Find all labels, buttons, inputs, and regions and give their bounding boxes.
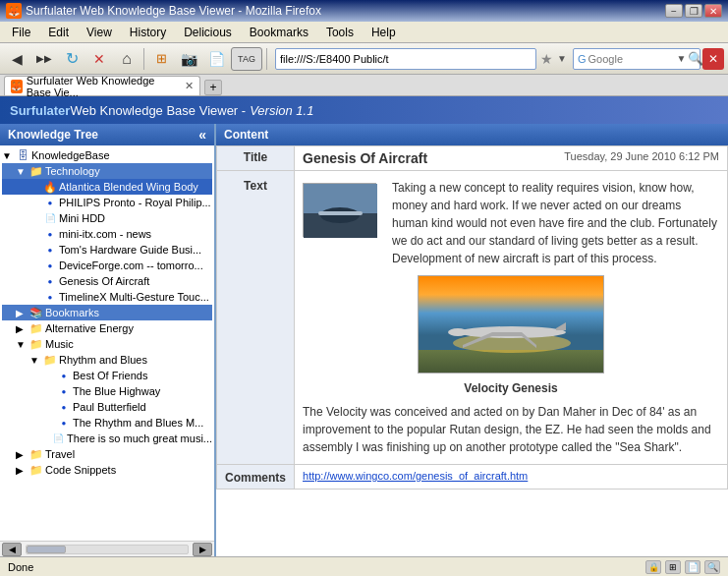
back-button[interactable]: ◀ bbox=[4, 47, 29, 71]
dropdown-icon[interactable]: ▼ bbox=[557, 53, 567, 64]
page-button[interactable]: 📄 bbox=[203, 47, 229, 71]
tree-item-greatmusic[interactable]: 📄 There is so much great musi... bbox=[2, 431, 212, 446]
tree-item-rhythmbluesmag[interactable]: ● The Rhythm and Blues M... bbox=[2, 415, 212, 431]
tree-item-timelinex[interactable]: ● TimelineX Multi-Gesture Touc... bbox=[2, 289, 212, 305]
tree-item-altenergy[interactable]: ▶ 📁 Alternative Energy bbox=[2, 320, 212, 336]
scroll-right-button[interactable]: ▶ bbox=[193, 543, 212, 556]
camera-button[interactable]: 📷 bbox=[176, 47, 201, 71]
expand-icon[interactable]: ▼ bbox=[2, 150, 16, 161]
stop-button[interactable]: ✕ bbox=[86, 47, 112, 71]
menu-bookmarks[interactable]: Bookmarks bbox=[242, 24, 316, 41]
sidebar-tree[interactable]: ▼ 🗄 KnowledgeBase ▼ 📁 Technology 🔥 Atlan… bbox=[0, 145, 214, 541]
new-tab-button[interactable]: + bbox=[204, 80, 222, 95]
article-title: Genesis Of Aircraft bbox=[303, 150, 427, 166]
menu-tools[interactable]: Tools bbox=[318, 24, 362, 41]
sidebar-collapse-button[interactable]: « bbox=[198, 127, 206, 143]
minimize-button[interactable]: − bbox=[665, 4, 683, 18]
bookmark-folder-icon: 📚 bbox=[29, 306, 43, 319]
tree-item-travel[interactable]: ▶ 📁 Travel bbox=[2, 446, 212, 462]
expand-icon-3[interactable]: ▶ bbox=[16, 308, 29, 318]
home-button[interactable]: ⌂ bbox=[114, 47, 140, 71]
tree-item-minihdd[interactable]: 📄 Mini HDD bbox=[2, 210, 212, 226]
status-text: Done bbox=[8, 561, 33, 573]
tree-item-bookmarks[interactable]: ▶ 📚 Bookmarks bbox=[2, 305, 212, 320]
apps-button[interactable]: ⊞ bbox=[148, 47, 174, 71]
tree-item-philips[interactable]: ● PHILIPS Pronto - Royal Philip... bbox=[2, 195, 212, 210]
tree-item-genesis[interactable]: ● Genesis Of Aircraft bbox=[2, 273, 212, 289]
tree-item-toms[interactable]: ● Tom's Hardware Guide Busi... bbox=[2, 242, 212, 258]
restore-button[interactable]: ❐ bbox=[685, 4, 702, 18]
menu-file[interactable]: File bbox=[4, 24, 38, 41]
tree-item-technology[interactable]: ▼ 📁 Technology bbox=[2, 163, 212, 179]
forward-button[interactable]: ▶▶ bbox=[31, 47, 57, 71]
database-icon: 🗄 bbox=[16, 148, 29, 162]
expand-icon-6[interactable]: ▼ bbox=[29, 355, 43, 366]
menubar: File Edit View History Delicious Bookmar… bbox=[0, 22, 728, 43]
title-label: Title bbox=[217, 146, 295, 171]
expand-icon-8[interactable]: ▶ bbox=[16, 465, 29, 476]
expand-icon-4[interactable]: ▶ bbox=[16, 323, 29, 334]
tree-item-paulbutterfield[interactable]: ● Paul Butterfield bbox=[2, 399, 212, 415]
tree-item-rhythmblues[interactable]: ▼ 📁 Rhythm and Blues bbox=[2, 352, 212, 368]
horizontal-track[interactable] bbox=[26, 545, 189, 554]
tabbar: 🦊 Surfulater Web Knowledge Base Vie... ✕… bbox=[0, 75, 728, 96]
text-label: Text bbox=[217, 171, 295, 465]
aircraft-svg bbox=[419, 276, 604, 374]
thumbnail-svg bbox=[304, 184, 377, 238]
comments-url[interactable]: http://www.wingco.com/genesis_of_aircraf… bbox=[303, 470, 528, 482]
tree-item-miniitx[interactable]: ● mini-itx.com - news bbox=[2, 226, 212, 242]
star-icon[interactable]: ★ bbox=[540, 51, 553, 67]
tree-label-deviceforge: DeviceForge.com -- tomorro... bbox=[59, 259, 203, 271]
search-input[interactable] bbox=[588, 53, 677, 65]
expand-icon-7[interactable]: ▶ bbox=[16, 449, 29, 460]
text-cell: Taking a new concept to reality requires… bbox=[295, 171, 728, 465]
menu-edit[interactable]: Edit bbox=[40, 24, 77, 41]
app-header: Surfulater Web Knowledge Base Viewer - V… bbox=[0, 96, 728, 124]
content-body[interactable]: Title Genesis Of Aircraft Tuesday, 29 Ju… bbox=[216, 145, 728, 556]
svg-rect-5 bbox=[419, 350, 604, 374]
tree-item-deviceforge[interactable]: ● DeviceForge.com -- tomorro... bbox=[2, 258, 212, 273]
tree-item-bestfriends[interactable]: ● Best Of Friends bbox=[2, 368, 212, 383]
tree-label-miniitx: mini-itx.com - news bbox=[59, 228, 151, 240]
tree-label-rhythmblues: Rhythm and Blues bbox=[59, 354, 147, 366]
menu-view[interactable]: View bbox=[79, 24, 120, 41]
menu-help[interactable]: Help bbox=[364, 24, 404, 41]
tree-label-timelinex: TimelineX Multi-Gesture Touc... bbox=[59, 291, 209, 303]
link-icon-10: ● bbox=[57, 416, 71, 430]
title-row: Title Genesis Of Aircraft Tuesday, 29 Ju… bbox=[217, 146, 728, 171]
tree-label-knowledgebase: KnowledgeBase bbox=[31, 149, 110, 161]
tree-item-atlantica[interactable]: 🔥 Atlantica Blended Wing Body bbox=[2, 179, 212, 195]
link-icon-5: ● bbox=[43, 274, 57, 288]
expand-placeholder bbox=[29, 182, 43, 193]
tree-item-music[interactable]: ▼ 📁 Music bbox=[2, 336, 212, 352]
address-input[interactable] bbox=[275, 48, 536, 70]
comments-cell: http://www.wingco.com/genesis_of_aircraf… bbox=[295, 465, 728, 490]
refresh-button[interactable]: ↻ bbox=[59, 47, 84, 71]
search-dropdown-icon[interactable]: ▼ bbox=[677, 53, 687, 64]
tab-close-icon[interactable]: ✕ bbox=[185, 80, 194, 92]
link-icon-3: ● bbox=[43, 243, 57, 257]
tree-label-philips: PHILIPS Pronto - Royal Philip... bbox=[59, 197, 211, 208]
menu-delicious[interactable]: Delicious bbox=[176, 24, 240, 41]
page-icon-2: 📄 bbox=[43, 211, 57, 225]
tree-item-knowledgebase[interactable]: ▼ 🗄 KnowledgeBase bbox=[2, 147, 212, 163]
expand-icon-5[interactable]: ▼ bbox=[16, 339, 29, 350]
tab-main[interactable]: 🦊 Surfulater Web Knowledge Base Vie... ✕ bbox=[4, 76, 200, 95]
horizontal-thumb[interactable] bbox=[27, 546, 66, 553]
tree-label-travel: Travel bbox=[45, 448, 75, 460]
menu-history[interactable]: History bbox=[122, 24, 174, 41]
article-date: Tuesday, 29 June 2010 6:12 PM bbox=[564, 150, 719, 162]
expand-icon[interactable]: ▼ bbox=[16, 166, 29, 177]
tag-button[interactable]: TAG bbox=[231, 47, 262, 71]
scroll-left-button[interactable]: ◀ bbox=[2, 543, 22, 556]
title-cell: Genesis Of Aircraft Tuesday, 29 June 201… bbox=[295, 146, 728, 171]
app-icon: 🦊 bbox=[6, 3, 22, 19]
tree-label-bestfriends: Best Of Friends bbox=[73, 370, 147, 381]
tree-item-bluehighway[interactable]: ● The Blue Highway bbox=[2, 383, 212, 399]
content-header-label: Content bbox=[224, 128, 268, 142]
close-button[interactable]: ✕ bbox=[704, 4, 722, 18]
plugin-button[interactable]: ✕ bbox=[702, 48, 724, 70]
app-brand: Surfulater bbox=[10, 103, 70, 118]
sidebar-horizontal-scrollbar[interactable]: ◀ ▶ bbox=[0, 541, 214, 556]
tree-item-codesnippets[interactable]: ▶ 📁 Code Snippets bbox=[2, 462, 212, 478]
